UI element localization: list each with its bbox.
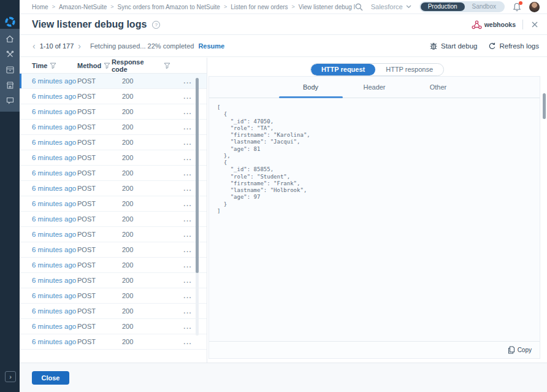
- log-time-link[interactable]: 6 minutes ago: [32, 307, 77, 315]
- filter-icon[interactable]: [50, 63, 56, 69]
- tab-header[interactable]: Header: [343, 77, 407, 98]
- log-time-link[interactable]: 6 minutes ago: [32, 139, 77, 146]
- more-actions-button[interactable]: ...: [170, 154, 207, 161]
- sidebar-expand-button[interactable]: ›: [5, 371, 16, 382]
- environment-toggle: Production Sandbox: [419, 1, 505, 12]
- sidebar-item-tools[interactable]: [0, 47, 20, 63]
- panel-scrollbar[interactable]: [543, 93, 546, 119]
- more-actions-button[interactable]: ...: [170, 307, 207, 315]
- code-viewer[interactable]: [ { "_id": 47050, "role": "TA", "firstna…: [209, 99, 540, 341]
- log-response-code: 200: [112, 108, 170, 115]
- production-toggle[interactable]: Production: [421, 2, 465, 11]
- more-actions-button[interactable]: ...: [170, 246, 207, 253]
- table-row[interactable]: 6 minutes ago POST 200 ...: [20, 150, 207, 166]
- table-row[interactable]: 6 minutes ago POST 200 ...: [20, 242, 207, 258]
- log-time-link[interactable]: 6 minutes ago: [32, 123, 77, 131]
- sidebar-item-resources[interactable]: [0, 63, 20, 78]
- tab-other[interactable]: Other: [407, 77, 470, 98]
- tools-icon: [6, 50, 14, 61]
- search-icon[interactable]: [355, 3, 363, 11]
- more-actions-button[interactable]: ...: [170, 277, 207, 284]
- pagination-prev-button[interactable]: ‹: [31, 42, 37, 50]
- table-row[interactable]: 6 minutes ago POST 200 ...: [20, 120, 207, 135]
- filter-icon[interactable]: [164, 63, 170, 69]
- more-actions-button[interactable]: ...: [170, 292, 207, 299]
- pagination-next-button[interactable]: ›: [76, 42, 83, 50]
- celigo-logo-icon[interactable]: [0, 16, 20, 28]
- log-time-link[interactable]: 6 minutes ago: [32, 231, 77, 238]
- table-row[interactable]: 6 minutes ago POST 200 ...: [20, 273, 207, 288]
- sandbox-toggle[interactable]: Sandbox: [465, 2, 503, 11]
- more-actions-button[interactable]: ...: [170, 323, 207, 330]
- table-row[interactable]: 6 minutes ago POST 200 ...: [20, 135, 207, 150]
- start-debug-button[interactable]: Start debug: [429, 42, 477, 50]
- log-time-link[interactable]: 6 minutes ago: [32, 169, 77, 177]
- more-actions-button[interactable]: ...: [170, 261, 207, 269]
- log-time-link[interactable]: 6 minutes ago: [32, 77, 77, 85]
- resume-link[interactable]: Resume: [198, 42, 224, 50]
- sidebar-item-home[interactable]: [0, 32, 20, 47]
- sidebar-item-support[interactable]: [0, 93, 20, 109]
- table-row[interactable]: 6 minutes ago POST 200 ...: [20, 319, 207, 334]
- table-row[interactable]: 6 minutes ago POST 200 ...: [20, 196, 207, 212]
- user-avatar[interactable]: [529, 2, 540, 12]
- more-actions-button[interactable]: ...: [170, 123, 207, 131]
- log-time-link[interactable]: 6 minutes ago: [32, 154, 77, 161]
- log-time-link[interactable]: 6 minutes ago: [32, 108, 77, 115]
- log-response-code: 200: [112, 261, 170, 269]
- http-response-toggle[interactable]: HTTP response: [375, 64, 443, 75]
- log-time-link[interactable]: 6 minutes ago: [32, 246, 77, 253]
- column-response-code[interactable]: Response code: [112, 58, 170, 73]
- log-time-link[interactable]: 6 minutes ago: [32, 185, 77, 192]
- close-button[interactable]: Close: [32, 371, 69, 385]
- log-time-link[interactable]: 6 minutes ago: [32, 200, 77, 207]
- table-row[interactable]: 6 minutes ago POST 200 ...: [20, 334, 207, 350]
- refresh-logs-button[interactable]: Refresh logs: [488, 42, 539, 50]
- sidebar-item-marketplace[interactable]: [0, 78, 20, 93]
- table-row[interactable]: 6 minutes ago POST 200 ...: [20, 227, 207, 242]
- breadcrumb-item[interactable]: Amazon-NetSuite: [59, 4, 107, 10]
- log-response-code: 200: [112, 323, 170, 330]
- org-select[interactable]: Salesforce: [371, 3, 411, 10]
- table-scrollbar[interactable]: [196, 78, 199, 273]
- log-time-link[interactable]: 6 minutes ago: [32, 338, 77, 345]
- column-time[interactable]: Time: [32, 62, 77, 69]
- http-request-toggle[interactable]: HTTP request: [311, 64, 375, 75]
- breadcrumb-item[interactable]: Sync orders from Amazon to NetSuite: [118, 4, 220, 10]
- copy-button[interactable]: Copy: [508, 346, 532, 354]
- more-actions-button[interactable]: ...: [170, 185, 207, 192]
- more-actions-button[interactable]: ...: [170, 108, 207, 115]
- more-actions-button[interactable]: ...: [170, 215, 207, 223]
- table-row[interactable]: 6 minutes ago POST 200 ...: [20, 74, 207, 89]
- more-actions-button[interactable]: ...: [170, 139, 207, 146]
- log-time-link[interactable]: 6 minutes ago: [32, 93, 77, 100]
- table-row[interactable]: 6 minutes ago POST 200 ...: [20, 104, 207, 120]
- log-time-link[interactable]: 6 minutes ago: [32, 292, 77, 299]
- log-time-link[interactable]: 6 minutes ago: [32, 277, 77, 284]
- table-row[interactable]: 6 minutes ago POST 200 ...: [20, 89, 207, 104]
- table-row[interactable]: 6 minutes ago POST 200 ...: [20, 258, 207, 273]
- breadcrumb-item[interactable]: Listen for new orders: [231, 4, 288, 10]
- tab-body[interactable]: Body: [279, 77, 343, 98]
- more-actions-button[interactable]: ...: [170, 231, 207, 238]
- more-actions-button[interactable]: ...: [170, 77, 207, 85]
- table-row[interactable]: 6 minutes ago POST 200 ...: [20, 304, 207, 319]
- table-row[interactable]: 6 minutes ago POST 200 ...: [20, 181, 207, 196]
- more-actions-button[interactable]: ...: [170, 169, 207, 177]
- log-time-link[interactable]: 6 minutes ago: [32, 215, 77, 223]
- log-time-link[interactable]: 6 minutes ago: [32, 323, 77, 330]
- table-row[interactable]: 6 minutes ago POST 200 ...: [20, 166, 207, 181]
- breadcrumb-item[interactable]: Home: [32, 4, 48, 10]
- drawer-close-button[interactable]: [530, 20, 540, 29]
- breadcrumb-item[interactable]: View listener debug logs: [299, 4, 355, 10]
- notifications-button[interactable]: [513, 2, 521, 12]
- more-actions-button[interactable]: ...: [170, 200, 207, 207]
- filter-icon[interactable]: [104, 63, 110, 69]
- table-row[interactable]: 6 minutes ago POST 200 ...: [20, 212, 207, 227]
- more-actions-button[interactable]: ...: [170, 338, 207, 345]
- table-row[interactable]: 6 minutes ago POST 200 ...: [20, 288, 207, 304]
- column-method[interactable]: Method: [77, 62, 112, 69]
- more-actions-button[interactable]: ...: [170, 93, 207, 100]
- help-icon[interactable]: ?: [152, 21, 160, 29]
- log-time-link[interactable]: 6 minutes ago: [32, 261, 77, 269]
